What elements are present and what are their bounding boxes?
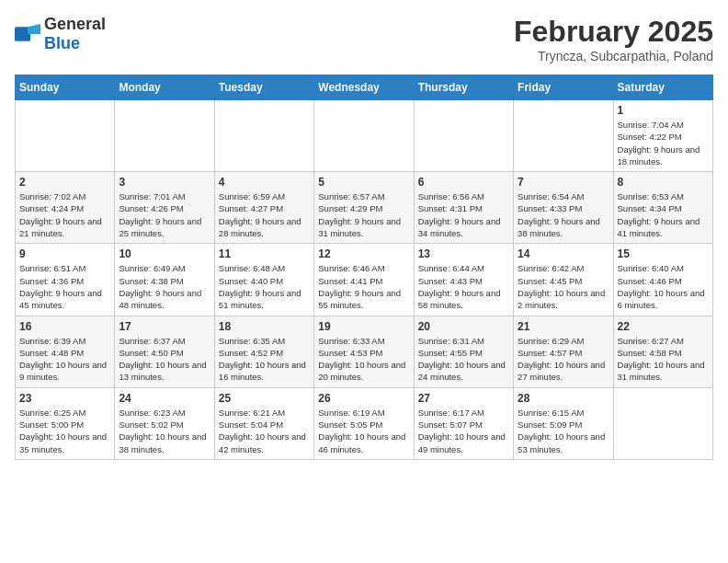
day-info: Sunrise: 6:46 AM Sunset: 4:41 PM Dayligh… bbox=[318, 262, 409, 311]
week-row-1: 1Sunrise: 7:04 AM Sunset: 4:22 PM Daylig… bbox=[16, 100, 713, 172]
calendar-cell: 27Sunrise: 6:17 AM Sunset: 5:07 PM Dayli… bbox=[414, 387, 513, 459]
day-number: 26 bbox=[318, 392, 409, 405]
day-number: 28 bbox=[518, 392, 609, 405]
day-number: 13 bbox=[418, 247, 509, 260]
day-info: Sunrise: 6:42 AM Sunset: 4:45 PM Dayligh… bbox=[518, 262, 609, 311]
day-info: Sunrise: 6:21 AM Sunset: 5:04 PM Dayligh… bbox=[219, 407, 310, 455]
calendar-cell: 7Sunrise: 6:54 AM Sunset: 4:33 PM Daylig… bbox=[514, 172, 613, 244]
calendar-cell: 24Sunrise: 6:23 AM Sunset: 5:02 PM Dayli… bbox=[115, 387, 214, 459]
weekday-header-sunday: Sunday bbox=[16, 75, 115, 100]
day-info: Sunrise: 6:48 AM Sunset: 4:40 PM Dayligh… bbox=[219, 262, 310, 311]
day-number: 14 bbox=[518, 247, 609, 260]
weekday-header-monday: Monday bbox=[115, 75, 214, 100]
weekday-header-thursday: Thursday bbox=[414, 75, 513, 100]
calendar-cell: 15Sunrise: 6:40 AM Sunset: 4:46 PM Dayli… bbox=[613, 244, 712, 316]
day-number: 8 bbox=[618, 176, 709, 189]
day-number: 10 bbox=[119, 247, 210, 260]
day-number: 25 bbox=[219, 392, 310, 405]
week-row-4: 16Sunrise: 6:39 AM Sunset: 4:48 PM Dayli… bbox=[16, 316, 713, 387]
weekday-header-friday: Friday bbox=[514, 75, 613, 100]
calendar-cell: 20Sunrise: 6:31 AM Sunset: 4:55 PM Dayli… bbox=[414, 316, 513, 387]
calendar-cell bbox=[115, 100, 214, 172]
calendar-cell bbox=[214, 100, 313, 172]
svg-marker-1 bbox=[28, 24, 40, 34]
calendar-table: SundayMondayTuesdayWednesdayThursdayFrid… bbox=[15, 75, 713, 460]
day-info: Sunrise: 6:31 AM Sunset: 4:55 PM Dayligh… bbox=[418, 335, 509, 384]
month-year: February 2025 bbox=[514, 15, 713, 49]
calendar-cell bbox=[414, 100, 513, 172]
calendar-cell: 12Sunrise: 6:46 AM Sunset: 4:41 PM Dayli… bbox=[314, 244, 414, 316]
calendar-cell: 25Sunrise: 6:21 AM Sunset: 5:04 PM Dayli… bbox=[214, 387, 313, 459]
day-info: Sunrise: 6:29 AM Sunset: 4:57 PM Dayligh… bbox=[518, 335, 609, 384]
calendar-cell: 22Sunrise: 6:27 AM Sunset: 4:58 PM Dayli… bbox=[613, 316, 712, 387]
day-number: 9 bbox=[19, 247, 110, 260]
title-block: February 2025 Tryncza, Subcarpathia, Pol… bbox=[514, 15, 713, 63]
weekday-header-row: SundayMondayTuesdayWednesdayThursdayFrid… bbox=[16, 75, 713, 100]
calendar-cell: 26Sunrise: 6:19 AM Sunset: 5:05 PM Dayli… bbox=[314, 387, 414, 459]
day-info: Sunrise: 6:27 AM Sunset: 4:58 PM Dayligh… bbox=[618, 335, 709, 384]
day-info: Sunrise: 6:44 AM Sunset: 4:43 PM Dayligh… bbox=[418, 262, 509, 311]
calendar-cell: 17Sunrise: 6:37 AM Sunset: 4:50 PM Dayli… bbox=[115, 316, 214, 387]
day-number: 16 bbox=[19, 320, 110, 333]
day-info: Sunrise: 6:53 AM Sunset: 4:34 PM Dayligh… bbox=[618, 190, 709, 239]
week-row-2: 2Sunrise: 7:02 AM Sunset: 4:24 PM Daylig… bbox=[16, 172, 713, 244]
calendar-cell: 11Sunrise: 6:48 AM Sunset: 4:40 PM Dayli… bbox=[214, 244, 313, 316]
day-info: Sunrise: 6:17 AM Sunset: 5:07 PM Dayligh… bbox=[418, 407, 509, 455]
day-number: 20 bbox=[418, 320, 509, 333]
calendar-cell: 2Sunrise: 7:02 AM Sunset: 4:24 PM Daylig… bbox=[16, 172, 115, 244]
calendar-cell: 16Sunrise: 6:39 AM Sunset: 4:48 PM Dayli… bbox=[16, 316, 115, 387]
day-info: Sunrise: 6:49 AM Sunset: 4:38 PM Dayligh… bbox=[119, 262, 210, 311]
day-info: Sunrise: 6:39 AM Sunset: 4:48 PM Dayligh… bbox=[19, 335, 110, 384]
calendar-cell bbox=[16, 100, 115, 172]
day-info: Sunrise: 7:02 AM Sunset: 4:24 PM Dayligh… bbox=[19, 190, 110, 239]
day-info: Sunrise: 6:54 AM Sunset: 4:33 PM Dayligh… bbox=[518, 190, 609, 239]
calendar-cell: 8Sunrise: 6:53 AM Sunset: 4:34 PM Daylig… bbox=[613, 172, 712, 244]
day-info: Sunrise: 7:04 AM Sunset: 4:22 PM Dayligh… bbox=[618, 119, 709, 167]
day-number: 12 bbox=[318, 247, 409, 260]
day-info: Sunrise: 6:15 AM Sunset: 5:09 PM Dayligh… bbox=[518, 407, 609, 455]
calendar-cell bbox=[514, 100, 613, 172]
day-info: Sunrise: 6:57 AM Sunset: 4:29 PM Dayligh… bbox=[318, 190, 409, 239]
day-info: Sunrise: 6:23 AM Sunset: 5:02 PM Dayligh… bbox=[119, 407, 210, 455]
day-info: Sunrise: 6:33 AM Sunset: 4:53 PM Dayligh… bbox=[318, 335, 409, 384]
logo: General Blue bbox=[15, 15, 106, 53]
logo-blue: Blue bbox=[44, 34, 80, 52]
page-header: General Blue February 2025 Tryncza, Subc… bbox=[15, 15, 713, 63]
day-info: Sunrise: 6:37 AM Sunset: 4:50 PM Dayligh… bbox=[119, 335, 210, 384]
weekday-header-tuesday: Tuesday bbox=[214, 75, 313, 100]
logo-general: General bbox=[44, 15, 106, 33]
day-number: 15 bbox=[618, 247, 709, 260]
day-info: Sunrise: 6:59 AM Sunset: 4:27 PM Dayligh… bbox=[219, 190, 310, 239]
calendar-cell bbox=[613, 387, 712, 459]
calendar-cell: 9Sunrise: 6:51 AM Sunset: 4:36 PM Daylig… bbox=[16, 244, 115, 316]
day-number: 24 bbox=[119, 392, 210, 405]
calendar-cell: 14Sunrise: 6:42 AM Sunset: 4:45 PM Dayli… bbox=[514, 244, 613, 316]
day-number: 17 bbox=[119, 320, 210, 333]
day-info: Sunrise: 6:40 AM Sunset: 4:46 PM Dayligh… bbox=[618, 262, 709, 311]
weekday-header-saturday: Saturday bbox=[613, 75, 712, 100]
day-number: 27 bbox=[418, 392, 509, 405]
weekday-header-wednesday: Wednesday bbox=[314, 75, 414, 100]
calendar-cell: 23Sunrise: 6:25 AM Sunset: 5:00 PM Dayli… bbox=[16, 387, 115, 459]
day-info: Sunrise: 6:25 AM Sunset: 5:00 PM Dayligh… bbox=[19, 407, 110, 455]
day-number: 6 bbox=[418, 176, 509, 189]
day-number: 2 bbox=[19, 176, 110, 189]
calendar-cell: 21Sunrise: 6:29 AM Sunset: 4:57 PM Dayli… bbox=[514, 316, 613, 387]
day-info: Sunrise: 7:01 AM Sunset: 4:26 PM Dayligh… bbox=[119, 190, 210, 239]
day-number: 18 bbox=[219, 320, 310, 333]
week-row-3: 9Sunrise: 6:51 AM Sunset: 4:36 PM Daylig… bbox=[16, 244, 713, 316]
day-number: 1 bbox=[618, 104, 709, 117]
calendar-cell: 19Sunrise: 6:33 AM Sunset: 4:53 PM Dayli… bbox=[314, 316, 414, 387]
day-number: 21 bbox=[518, 320, 609, 333]
day-number: 11 bbox=[219, 247, 310, 260]
calendar-cell: 18Sunrise: 6:35 AM Sunset: 4:52 PM Dayli… bbox=[214, 316, 313, 387]
day-number: 4 bbox=[219, 176, 310, 189]
calendar-cell: 10Sunrise: 6:49 AM Sunset: 4:38 PM Dayli… bbox=[115, 244, 214, 316]
day-number: 22 bbox=[618, 320, 709, 333]
calendar-cell: 5Sunrise: 6:57 AM Sunset: 4:29 PM Daylig… bbox=[314, 172, 414, 244]
calendar-cell: 28Sunrise: 6:15 AM Sunset: 5:09 PM Dayli… bbox=[514, 387, 613, 459]
day-info: Sunrise: 6:56 AM Sunset: 4:31 PM Dayligh… bbox=[418, 190, 509, 239]
day-number: 5 bbox=[318, 176, 409, 189]
day-number: 7 bbox=[518, 176, 609, 189]
calendar-cell: 13Sunrise: 6:44 AM Sunset: 4:43 PM Dayli… bbox=[414, 244, 513, 316]
